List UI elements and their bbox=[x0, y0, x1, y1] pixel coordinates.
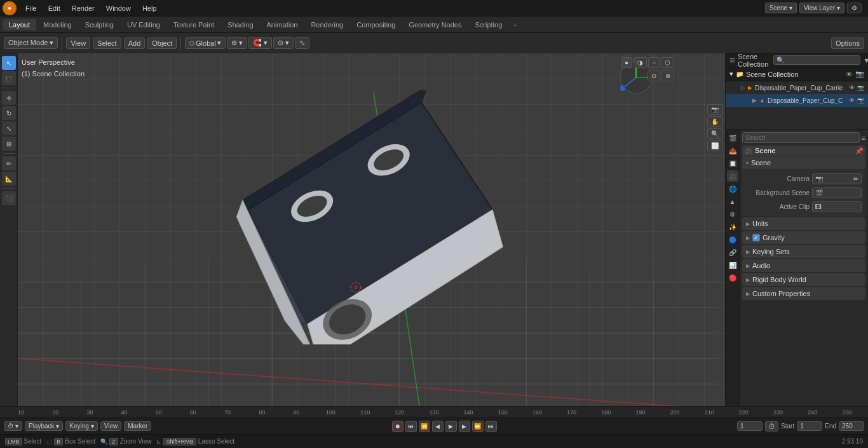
outliner-search[interactable] bbox=[773, 55, 860, 65]
transport-play[interactable]: ▶ bbox=[445, 421, 457, 432]
scale-tool[interactable]: ⤡ bbox=[2, 121, 16, 135]
cursor-tool[interactable]: ↖ bbox=[2, 56, 16, 70]
timeline-mode-btn[interactable]: ⏱ ▾ bbox=[4, 421, 22, 431]
object-menu[interactable]: Object bbox=[147, 37, 177, 49]
start-frame-field[interactable] bbox=[797, 421, 822, 431]
add-workspace-button[interactable]: + bbox=[509, 19, 520, 31]
end-frame-field[interactable] bbox=[839, 421, 864, 431]
menu-render[interactable]: Render bbox=[67, 3, 100, 13]
prop-icon-physics[interactable]: 🔵 bbox=[727, 234, 738, 245]
select-menu[interactable]: Select bbox=[93, 37, 121, 49]
playback-btn[interactable]: Playback ▾ bbox=[25, 421, 63, 431]
rigid-body-header[interactable]: ▶ Rigid Body World bbox=[742, 273, 865, 286]
show-overlays[interactable]: ⊙ bbox=[648, 71, 660, 81]
show-gizmos[interactable]: ⊕ bbox=[661, 71, 674, 81]
active-clip-field[interactable]: 🎞 bbox=[812, 201, 862, 212]
options-button[interactable]: Options bbox=[831, 37, 864, 49]
prop-icon-view-layer[interactable]: 🔲 bbox=[727, 158, 738, 169]
proportional-falloff[interactable]: ∿ bbox=[295, 37, 309, 49]
background-scene-field[interactable]: 🎬 bbox=[812, 187, 862, 198]
annotate-tool[interactable]: ✏ bbox=[2, 156, 16, 170]
viewport-shading-rendered[interactable]: ○ bbox=[648, 57, 660, 68]
tab-animation[interactable]: Animation bbox=[261, 19, 304, 31]
prop-icon-data[interactable]: 📊 bbox=[727, 259, 738, 271]
collection-vis-icon[interactable]: 👁 bbox=[846, 71, 853, 78]
camera-field[interactable]: 📷 ✏ bbox=[812, 173, 862, 184]
menu-file[interactable]: File bbox=[20, 3, 42, 13]
gravity-header[interactable]: ▶ ✓ Gravity bbox=[742, 231, 865, 244]
pivot-point[interactable]: ⊕ ▾ bbox=[227, 37, 247, 49]
prop-icon-render[interactable]: 🎬 bbox=[727, 132, 738, 144]
transport-record[interactable]: ⏺ bbox=[392, 421, 403, 432]
object-mode-dropdown[interactable]: Object Mode ▾ bbox=[4, 37, 58, 49]
move-tool[interactable]: ✛ bbox=[2, 91, 16, 105]
tab-shading[interactable]: Shading bbox=[221, 19, 259, 31]
item-vis-1[interactable]: 👁 bbox=[849, 97, 855, 104]
timeline-view-btn[interactable]: View bbox=[100, 421, 122, 431]
add-menu[interactable]: Add bbox=[124, 37, 146, 49]
prop-icon-output[interactable]: 📤 bbox=[727, 145, 738, 156]
measure-tool[interactable]: 📐 bbox=[2, 172, 16, 186]
transport-jump-start[interactable]: ⏮ bbox=[405, 421, 417, 432]
hand-tool-btn[interactable]: ✋ bbox=[707, 116, 722, 127]
viewport-shading-wireframe[interactable]: ⬡ bbox=[661, 57, 674, 68]
props-collapse-all[interactable]: ≡ bbox=[862, 134, 865, 142]
add-cube-tool[interactable]: ⬛ bbox=[2, 191, 16, 205]
viewport-shading-solid[interactable]: ● bbox=[621, 57, 632, 68]
transport-jump-end[interactable]: ⏭ bbox=[485, 421, 497, 432]
transform-orientation[interactable]: ⬡ Global ▾ bbox=[185, 37, 226, 49]
prop-icon-object[interactable]: ▲ bbox=[727, 196, 738, 207]
transport-prev-keyframe[interactable]: ◀ bbox=[432, 421, 444, 432]
outliner-item-1[interactable]: ▶ ▲ Disposable_Paper_Cup_C 👁 📷 bbox=[726, 94, 868, 107]
item-render-1[interactable]: 📷 bbox=[857, 97, 864, 104]
tab-compositing[interactable]: Compositing bbox=[350, 19, 402, 31]
transport-prev-frame[interactable]: ⏪ bbox=[419, 421, 430, 432]
transform-tool[interactable]: ⊞ bbox=[2, 137, 16, 151]
tab-scripting[interactable]: Scripting bbox=[468, 19, 508, 31]
prop-icon-world[interactable]: 🌐 bbox=[727, 183, 738, 194]
item-vis-0[interactable]: 👁 bbox=[849, 85, 855, 91]
tab-layout[interactable]: Layout bbox=[3, 19, 36, 31]
engine-settings[interactable]: ⚙ bbox=[847, 3, 862, 13]
outliner-item-0[interactable]: ▷ ▶ Disposable_Paper_Cup_Carrie 👁 📷 bbox=[726, 81, 868, 94]
units-header[interactable]: ▶ Units bbox=[742, 217, 865, 230]
rotate-tool[interactable]: ↻ bbox=[2, 106, 16, 120]
props-pin-icon[interactable]: 📌 bbox=[855, 147, 863, 154]
transport-next-frame[interactable]: ⏩ bbox=[472, 421, 484, 432]
keying-sets-header[interactable]: ▶ Keying Sets bbox=[742, 245, 865, 258]
camera-edit-icon[interactable]: ✏ bbox=[853, 175, 858, 182]
scene-section-header[interactable]: ▾ Scene bbox=[742, 156, 865, 169]
tab-texture-paint[interactable]: Texture Paint bbox=[167, 19, 220, 31]
view-layer-dropdown[interactable]: View Layer ▾ bbox=[799, 3, 844, 13]
prop-icon-scene[interactable]: 🎥 bbox=[727, 170, 738, 182]
transport-next-keyframe[interactable]: ▶ bbox=[459, 421, 470, 432]
tab-geometry-nodes[interactable]: Geometry Nodes bbox=[402, 19, 468, 31]
keying-btn[interactable]: Keying ▾ bbox=[65, 421, 97, 431]
collection-render-icon[interactable]: 📷 bbox=[855, 70, 864, 78]
custom-props-header[interactable]: ▶ Custom Properties bbox=[742, 287, 865, 300]
current-frame-field[interactable] bbox=[737, 421, 763, 431]
tab-uv-editing[interactable]: UV Editing bbox=[121, 19, 166, 31]
item-render-0[interactable]: 📷 bbox=[857, 85, 864, 91]
gravity-checkbox[interactable]: ✓ bbox=[752, 234, 760, 241]
prop-icon-material[interactable]: 🔴 bbox=[727, 272, 738, 283]
proportional-edit[interactable]: ⊙ ▾ bbox=[273, 37, 294, 49]
prop-icon-constraints[interactable]: 🔗 bbox=[727, 247, 738, 258]
menu-edit[interactable]: Edit bbox=[43, 3, 65, 13]
audio-header[interactable]: ▶ Audio bbox=[742, 259, 865, 272]
menu-help[interactable]: Help bbox=[137, 3, 162, 13]
tab-rendering[interactable]: Rendering bbox=[304, 19, 349, 31]
view-menu[interactable]: View bbox=[66, 37, 90, 49]
tab-modeling[interactable]: Modeling bbox=[37, 19, 78, 31]
zoom-tool-btn[interactable]: 🔍 bbox=[707, 128, 722, 139]
camera-view-btn[interactable]: 📷 bbox=[707, 104, 722, 115]
collection-header[interactable]: ▾ 📁 Scene Collection 👁 📷 bbox=[726, 67, 868, 81]
tab-sculpting[interactable]: Sculpting bbox=[79, 19, 120, 31]
outliner-filter-icon[interactable]: ▼ bbox=[863, 57, 868, 64]
properties-search-input[interactable] bbox=[742, 132, 860, 143]
snap-toggle[interactable]: 🧲 ▾ bbox=[248, 37, 272, 49]
menu-window[interactable]: Window bbox=[101, 3, 136, 13]
prop-icon-modifier[interactable]: ⚙ bbox=[727, 208, 738, 220]
select-box-tool[interactable]: ⬚ bbox=[2, 71, 16, 85]
viewport-shading-material[interactable]: ◑ bbox=[634, 57, 647, 68]
